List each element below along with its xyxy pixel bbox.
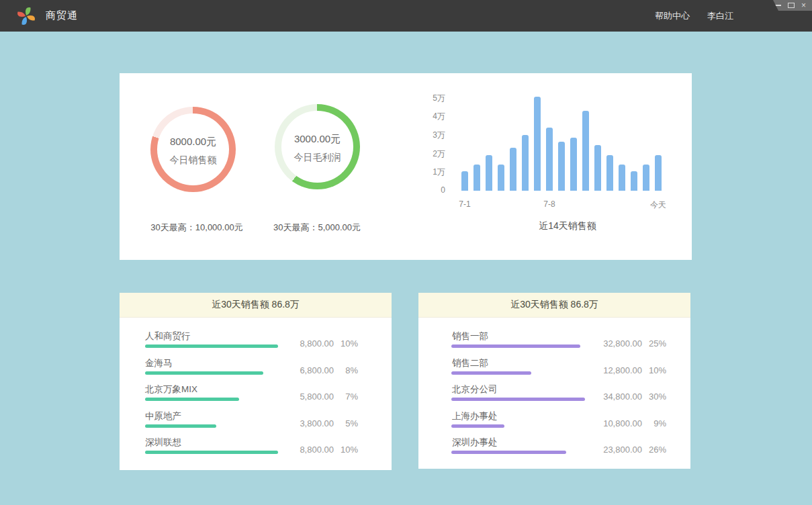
daily-sales-bar (558, 142, 565, 191)
row-percent: 26% (642, 445, 666, 455)
daily-sales-bar (570, 138, 577, 191)
daily-sales-bar (606, 155, 613, 191)
row-percent: 8% (334, 365, 358, 375)
row-values: 23,800.0026% (580, 445, 666, 455)
row-progress-bar (451, 451, 566, 454)
row-label: 北京分公司 (452, 383, 498, 396)
row-label: 销售二部 (452, 357, 488, 369)
row-progress-bar (145, 345, 278, 348)
row-amount: 6,800.00 (272, 365, 334, 375)
row-amount: 34,800.00 (580, 392, 642, 402)
today-sales-amount: 8000.00元 (170, 136, 216, 148)
today-profit-label: 今日毛利润 (294, 152, 341, 164)
y-axis-tick-label: 3万 (418, 130, 445, 141)
daily-sales-bar (546, 128, 553, 191)
row-label: 销售一部 (452, 330, 488, 342)
overview-card: 8000.00元 今日销售额 30天最高：10,000.00元 3000.00元… (120, 73, 692, 260)
help-center-link[interactable]: 帮助中心 (655, 10, 690, 22)
today-sales-label: 今日销售额 (170, 154, 217, 167)
daily-sales-bar (534, 97, 541, 191)
row-progress-bar (451, 398, 585, 401)
customers-card-title: 近30天销售额 86.8万 (120, 293, 392, 318)
app-title: 商贸通 (46, 0, 78, 32)
row-amount: 5,800.00 (272, 392, 334, 402)
customers-sales-card: 近30天销售额 86.8万 人和商贸行8,800.0010%金海马6,800.0… (120, 293, 392, 470)
maximize-icon[interactable] (788, 3, 795, 8)
daily-sales-bar (522, 135, 529, 191)
row-percent: 10% (642, 365, 666, 375)
today-sales-donut: 8000.00元 今日销售额 (150, 107, 236, 192)
y-axis-tick-label: 2万 (418, 148, 445, 160)
close-icon[interactable]: × (801, 2, 806, 9)
row-label: 深圳联想 (145, 437, 181, 449)
row-amount: 23,800.00 (580, 445, 642, 455)
row-amount: 3,800.00 (272, 418, 334, 428)
y-axis-tick-label: 4万 (418, 111, 445, 122)
row-values: 6,800.008% (272, 365, 358, 375)
row-values: 5,800.007% (272, 392, 358, 402)
today-profit-donut: 3000.00元 今日毛利润 (275, 104, 360, 189)
row-label: 深圳办事处 (452, 437, 498, 449)
user-name-link[interactable]: 李白江 (707, 10, 733, 22)
stat-row: 上海办事处10,800.009% (418, 410, 690, 437)
row-label: 北京万象MIX (145, 383, 197, 396)
daily-sales-bar (643, 165, 649, 191)
row-percent: 9% (642, 418, 666, 428)
daily-chart-bars (461, 94, 663, 191)
stat-row: 销售一部32,800.0025% (418, 330, 690, 357)
daily-chart-title: 近14天销售额 (539, 220, 596, 232)
donut-center-text: 3000.00元 今日毛利润 (275, 105, 360, 191)
today-profit-amount: 3000.00元 (294, 133, 341, 146)
row-amount: 8,800.00 (272, 338, 334, 349)
titlebar: 商贸通 帮助中心 李白江 × (0, 0, 812, 32)
y-axis-tick-label: 1万 (418, 167, 445, 178)
row-progress-bar (451, 371, 531, 375)
stat-row: 销售二部12,800.0010% (418, 357, 690, 384)
row-label: 人和商贸行 (145, 330, 191, 342)
row-label: 金海马 (145, 357, 173, 369)
daily-sales-bar (594, 145, 601, 191)
minimize-icon[interactable] (775, 5, 781, 6)
daily-sales-bar (473, 165, 480, 191)
x-axis-tick-label: 今天 (650, 199, 666, 211)
row-progress-bar (145, 398, 239, 401)
row-progress-bar (451, 345, 580, 348)
daily-sales-bar (631, 171, 637, 191)
daily-sales-bar (619, 165, 625, 191)
daily-sales-bar (510, 148, 516, 191)
row-values: 32,800.0025% (580, 338, 666, 349)
x-axis-tick-label: 7-8 (543, 199, 555, 209)
daily-sales-bar (486, 155, 492, 191)
row-percent: 25% (642, 338, 666, 349)
donut-center-text: 8000.00元 今日销售额 (150, 108, 236, 193)
window-controls: × (769, 0, 812, 11)
departments-sales-card: 近30天销售额 86.8万 销售一部32,800.0025%销售二部12,800… (418, 293, 690, 469)
departments-card-title: 近30天销售额 86.8万 (418, 293, 690, 318)
stat-row: 北京分公司34,800.0030% (418, 383, 690, 410)
row-values: 10,800.009% (580, 418, 666, 428)
stat-row: 深圳联想8,800.0010% (120, 437, 392, 463)
row-percent: 5% (334, 418, 358, 428)
row-values: 8,800.0010% (272, 445, 358, 455)
row-percent: 30% (642, 392, 666, 402)
stat-row: 北京万象MIX5,800.007% (120, 383, 392, 410)
row-percent: 7% (334, 392, 358, 402)
departments-rows: 销售一部32,800.0025%销售二部12,800.0010%北京分公司34,… (418, 330, 690, 463)
row-values: 3,800.005% (272, 418, 358, 428)
row-percent: 10% (334, 338, 358, 349)
stat-row: 中原地产3,800.005% (120, 410, 392, 437)
stat-row: 深圳办事处23,800.0026% (418, 437, 690, 463)
stat-row: 金海马6,800.008% (120, 357, 392, 384)
y-axis-tick-label: 0 (418, 185, 445, 195)
row-values: 34,800.0030% (580, 392, 666, 402)
row-amount: 12,800.00 (580, 365, 642, 375)
row-progress-bar (145, 451, 278, 454)
row-values: 12,800.0010% (580, 365, 666, 375)
row-amount: 32,800.00 (580, 338, 642, 349)
row-values: 8,800.0010% (272, 338, 358, 349)
profit-30day-max: 30天最高：5,000.00元 (240, 222, 394, 234)
row-progress-bar (145, 424, 216, 428)
y-axis-tick-label: 5万 (418, 93, 445, 104)
daily-sales-bar (498, 165, 504, 191)
customers-rows: 人和商贸行8,800.0010%金海马6,800.008%北京万象MIX5,80… (120, 330, 392, 463)
